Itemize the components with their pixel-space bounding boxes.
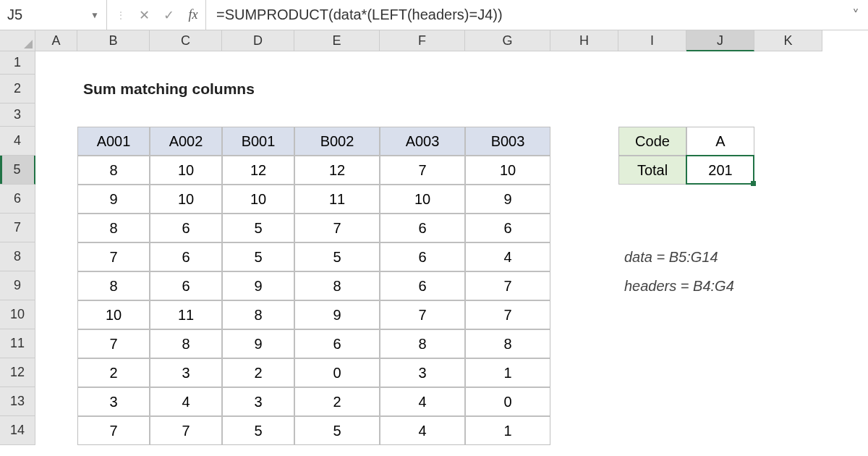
- data-cell-r11-G[interactable]: 8: [465, 329, 550, 358]
- column-header-B[interactable]: B: [77, 30, 150, 51]
- data-cell-r14-F[interactable]: 4: [380, 416, 465, 445]
- data-cell-r13-F[interactable]: 4: [380, 387, 465, 416]
- column-header-I[interactable]: I: [618, 30, 686, 51]
- title-cell[interactable]: Sum matching columns: [77, 75, 367, 104]
- row-header-8[interactable]: 8: [0, 242, 35, 271]
- column-header-E[interactable]: E: [294, 30, 380, 51]
- data-cell-r9-D[interactable]: 9: [222, 271, 294, 300]
- data-cell-r13-G[interactable]: 0: [465, 387, 550, 416]
- data-cell-r13-E[interactable]: 2: [294, 387, 380, 416]
- data-cell-r8-G[interactable]: 4: [465, 242, 550, 271]
- column-header-A[interactable]: A: [35, 30, 77, 51]
- row-header-2[interactable]: 2: [0, 75, 35, 104]
- data-cell-r8-F[interactable]: 6: [380, 242, 465, 271]
- data-cell-r6-E[interactable]: 11: [294, 185, 380, 214]
- data-header-A002[interactable]: A002: [150, 127, 222, 156]
- select-all-corner[interactable]: [0, 30, 35, 51]
- data-cell-r5-D[interactable]: 12: [222, 156, 294, 185]
- data-cell-r5-C[interactable]: 10: [150, 156, 222, 185]
- column-header-F[interactable]: F: [380, 30, 465, 51]
- data-cell-r10-D[interactable]: 8: [222, 300, 294, 329]
- data-cell-r9-B[interactable]: 8: [77, 271, 150, 300]
- row-header-13[interactable]: 13: [0, 387, 35, 416]
- data-cell-r9-G[interactable]: 7: [465, 271, 550, 300]
- data-cell-r10-C[interactable]: 11: [150, 300, 222, 329]
- name-box[interactable]: J5: [7, 7, 86, 23]
- column-header-J[interactable]: J: [686, 30, 754, 51]
- row-header-12[interactable]: 12: [0, 358, 35, 387]
- data-cell-r12-C[interactable]: 3: [150, 358, 222, 387]
- data-header-B001[interactable]: B001: [222, 127, 294, 156]
- data-cell-r7-F[interactable]: 6: [380, 214, 465, 242]
- data-cell-r8-B[interactable]: 7: [77, 242, 150, 271]
- data-cell-r11-C[interactable]: 8: [150, 329, 222, 358]
- row-header-7[interactable]: 7: [0, 214, 35, 242]
- row-header-5[interactable]: 5: [0, 156, 35, 185]
- row-header-6[interactable]: 6: [0, 185, 35, 214]
- data-cell-r5-B[interactable]: 8: [77, 156, 150, 185]
- formula-input[interactable]: =SUMPRODUCT(data*(LEFT(headers)=J4)): [206, 7, 843, 23]
- data-cell-r14-E[interactable]: 5: [294, 416, 380, 445]
- data-cell-r12-B[interactable]: 2: [77, 358, 150, 387]
- data-cell-r12-F[interactable]: 3: [380, 358, 465, 387]
- summary-code-value[interactable]: A: [686, 127, 754, 156]
- data-cell-r12-E[interactable]: 0: [294, 358, 380, 387]
- row-header-1[interactable]: 1: [0, 51, 35, 75]
- column-header-K[interactable]: K: [754, 30, 822, 51]
- row-header-9[interactable]: 9: [0, 271, 35, 300]
- data-cell-r14-C[interactable]: 7: [150, 416, 222, 445]
- data-cell-r7-C[interactable]: 6: [150, 214, 222, 242]
- data-cell-r7-D[interactable]: 5: [222, 214, 294, 242]
- column-header-C[interactable]: C: [150, 30, 222, 51]
- data-cell-r6-D[interactable]: 10: [222, 185, 294, 214]
- expand-formula-bar-icon[interactable]: ˅: [843, 7, 868, 24]
- data-cell-r5-G[interactable]: 10: [465, 156, 550, 185]
- data-cell-r5-F[interactable]: 7: [380, 156, 465, 185]
- data-cell-r11-D[interactable]: 9: [222, 329, 294, 358]
- row-header-10[interactable]: 10: [0, 300, 35, 329]
- data-cell-r8-C[interactable]: 6: [150, 242, 222, 271]
- data-cell-r7-B[interactable]: 8: [77, 214, 150, 242]
- data-cell-r13-D[interactable]: 3: [222, 387, 294, 416]
- data-cell-r14-B[interactable]: 7: [77, 416, 150, 445]
- data-cell-r14-D[interactable]: 5: [222, 416, 294, 445]
- data-cell-r5-E[interactable]: 12: [294, 156, 380, 185]
- data-cell-r9-E[interactable]: 8: [294, 271, 380, 300]
- data-cell-r13-B[interactable]: 3: [77, 387, 150, 416]
- column-header-D[interactable]: D: [222, 30, 294, 51]
- data-cell-r10-G[interactable]: 7: [465, 300, 550, 329]
- summary-code-label[interactable]: Code: [618, 127, 686, 156]
- fx-icon[interactable]: fx: [181, 7, 205, 22]
- data-cell-r6-B[interactable]: 9: [77, 185, 150, 214]
- data-cell-r6-F[interactable]: 10: [380, 185, 465, 214]
- row-header-4[interactable]: 4: [0, 127, 35, 156]
- data-header-A003[interactable]: A003: [380, 127, 465, 156]
- data-cell-r11-F[interactable]: 8: [380, 329, 465, 358]
- data-cell-r8-D[interactable]: 5: [222, 242, 294, 271]
- data-cell-r12-G[interactable]: 1: [465, 358, 550, 387]
- data-cell-r14-G[interactable]: 1: [465, 416, 550, 445]
- data-cell-r10-F[interactable]: 7: [380, 300, 465, 329]
- summary-total-label[interactable]: Total: [618, 156, 686, 185]
- data-header-B002[interactable]: B002: [294, 127, 380, 156]
- data-cell-r9-C[interactable]: 6: [150, 271, 222, 300]
- data-header-B003[interactable]: B003: [465, 127, 550, 156]
- data-cell-r7-E[interactable]: 7: [294, 214, 380, 242]
- data-cell-r8-E[interactable]: 5: [294, 242, 380, 271]
- data-cell-r13-C[interactable]: 4: [150, 387, 222, 416]
- data-cell-r10-E[interactable]: 9: [294, 300, 380, 329]
- summary-total-value[interactable]: 201: [686, 156, 754, 185]
- data-cell-r6-C[interactable]: 10: [150, 185, 222, 214]
- row-header-3[interactable]: 3: [0, 104, 35, 127]
- data-cell-r10-B[interactable]: 10: [77, 300, 150, 329]
- data-cell-r11-B[interactable]: 7: [77, 329, 150, 358]
- enter-icon[interactable]: ✓: [156, 7, 181, 23]
- row-header-11[interactable]: 11: [0, 329, 35, 358]
- column-header-H[interactable]: H: [550, 30, 618, 51]
- cancel-icon[interactable]: ✕: [132, 7, 156, 23]
- data-cell-r11-E[interactable]: 6: [294, 329, 380, 358]
- data-cell-r9-F[interactable]: 6: [380, 271, 465, 300]
- data-cell-r7-G[interactable]: 6: [465, 214, 550, 242]
- name-box-dropdown-icon[interactable]: ▼: [86, 10, 103, 20]
- data-cell-r6-G[interactable]: 9: [465, 185, 550, 214]
